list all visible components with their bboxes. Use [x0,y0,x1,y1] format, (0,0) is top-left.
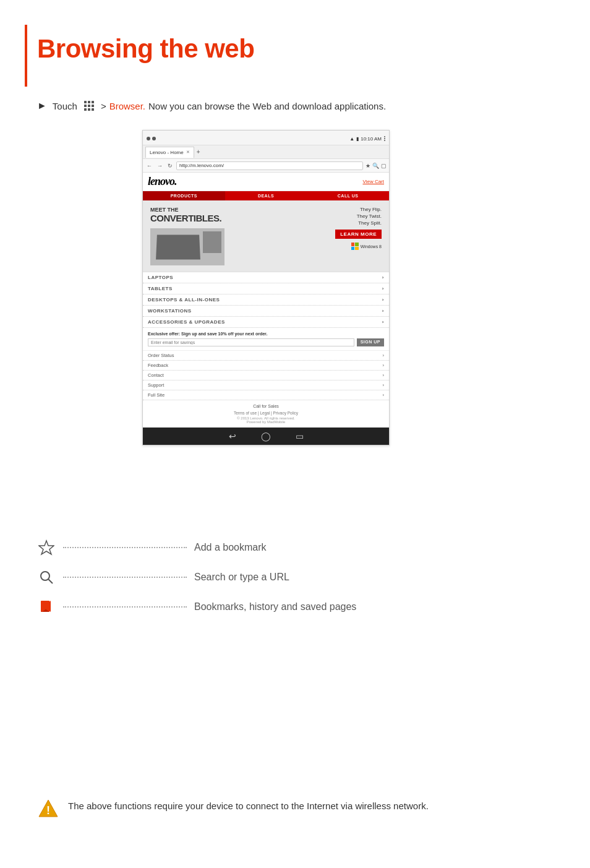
hero-convertibles-text: CONVERTIBLES. [150,213,224,223]
wifi-icon: ▲ [349,136,354,142]
nav-callus[interactable]: CALL US [307,191,389,200]
bookmark-star-icon[interactable]: ★ [366,163,370,169]
search-addr-icon[interactable]: 🔍 [372,163,379,169]
win-tile-1 [351,243,355,246]
arrow-icon: ► [37,100,47,111]
svg-rect-8 [92,108,94,111]
star-icon [37,538,56,557]
chevron-icon: › [383,382,385,388]
status-dot-2 [152,137,156,140]
browser-bottom-bar: ↩ ◯ ▭ [143,428,389,445]
menu-item-desktops[interactable]: DESKTOPS & ALL-IN-ONES › [143,294,389,306]
browser-screenshot: ▲ ▮ 10:10 AM Lenovo - Home ✕ + ← → ↻ htt… [142,130,390,445]
svg-rect-7 [88,108,90,111]
battery-icon: ▮ [356,136,359,142]
time-display: 10:10 AM [361,136,382,142]
bookmark-annotation-text: Add a bookmark [194,542,267,553]
annotation-bookmark: Add a bookmark [37,538,470,557]
browser-menu-button[interactable] [384,136,385,141]
browser-status-bar: ▲ ▮ 10:10 AM [143,131,389,145]
page-title: Browsing the web [37,34,254,64]
windows8-badge: Windows 8 [351,243,382,250]
home-button[interactable]: ◯ [261,431,271,441]
reload-button[interactable]: ↻ [166,163,174,169]
warning-section: ! The above functions require your devic… [37,798,569,820]
site-nav: PRODUCTS DEALS CALL US [143,191,389,200]
chevron-icon: › [382,319,384,325]
accent-bar [25,25,27,87]
browser-address-bar: ← → ↻ http://m.lenovo.com/ ★ 🔍 ▢ [143,159,389,173]
nav-deals[interactable]: DEALS [225,191,307,200]
exclusive-offer-text: Exclusive offer: Sign up and save 10% of… [148,332,384,336]
secondary-item-support[interactable]: Support › [143,380,389,390]
bookmarks-icon [37,598,56,616]
footer-links: Terms of use | Legal | Privacy Policy [148,411,384,415]
svg-rect-1 [88,101,90,103]
status-dot-1 [147,137,150,140]
menu-item-laptops[interactable]: LAPTOPS › [143,272,389,283]
website-content: lenovo. View Cart PRODUCTS DEALS CALL US… [143,173,389,428]
site-header: lenovo. View Cart [143,173,389,191]
hero-meet-text: MEET THE [150,207,224,213]
tab-label: Lenovo - Home [150,150,184,155]
secondary-menu: Order Status › Feedback › Contact › Supp… [143,351,389,400]
tab-add-button[interactable]: + [195,148,202,155]
site-menu-list: LAPTOPS › TABLETS › DESKTOPS & ALL-IN-ON… [143,272,389,328]
email-signup-section: Exclusive offer: Sign up and save 10% of… [143,328,389,351]
instruction-before: Touch [53,101,77,111]
learn-more-button[interactable]: LEARN MORE [335,230,382,239]
grid-icon [82,99,96,113]
search-icon [37,568,56,587]
dotted-line-1 [63,547,187,548]
chevron-icon: › [382,297,384,303]
warning-icon: ! [37,798,59,820]
secondary-item-fullsite[interactable]: Full Site › [143,390,389,400]
secondary-item-contact[interactable]: Contact › [143,371,389,380]
warning-text: The above functions require your device … [68,798,429,811]
chevron-icon: › [383,363,385,368]
menu-item-tablets[interactable]: TABLETS › [143,283,389,294]
nav-products[interactable]: PRODUCTS [143,191,225,200]
win-tile-3 [351,247,355,251]
email-input-field[interactable] [148,338,354,346]
recents-button[interactable]: ▭ [296,431,304,441]
secondary-item-feedback[interactable]: Feedback › [143,361,389,371]
call-sales-text: Call for Sales [148,404,384,408]
svg-rect-0 [84,101,87,103]
forward-button[interactable]: → [156,163,164,169]
chevron-icon: › [382,275,384,280]
hero-tagline-2: They Twist. [357,213,382,219]
site-footer: Call for Sales Terms of use | Legal | Pr… [143,400,389,428]
secondary-item-orderstatus[interactable]: Order Status › [143,351,389,361]
address-icons: ★ 🔍 ▢ [366,163,387,169]
reader-icon[interactable]: ▢ [381,163,387,169]
hero-left: MEET THE CONVERTIBLES. [150,207,224,265]
back-button[interactable]: ← [145,163,153,169]
menu-item-workstations[interactable]: WORKSTATIONS › [143,306,389,317]
view-cart-link[interactable]: View Cart [362,179,384,184]
svg-line-11 [48,579,53,583]
svg-text:!: ! [46,804,50,817]
menu-item-accessories[interactable]: ACCESSORIES & UPGRADES › [143,317,389,328]
windows-logo [351,243,359,250]
annotations-section: Add a bookmark Search or type a URL Book… [37,538,470,627]
address-field[interactable]: http://m.lenovo.com/ [176,161,363,170]
windows8-label: Windows 8 [361,244,382,249]
chevron-icon: › [383,353,385,358]
tab-close-button[interactable]: ✕ [186,150,190,155]
chevron-icon: › [383,372,385,378]
svg-rect-4 [88,105,90,107]
svg-rect-6 [84,108,87,111]
win-tile-4 [355,247,359,251]
hero-tagline-3: They Split. [358,220,382,226]
hero-banner: MEET THE CONVERTIBLES. They Flip. They T… [143,200,389,272]
browser-tabbar: Lenovo - Home ✕ + [143,145,389,159]
copyright-text: © 2013 Lenovo. All rights reserved. Powe… [148,416,384,424]
browser-link[interactable]: Browser. [109,101,145,111]
search-annotation-text: Search or type a URL [194,572,289,583]
bookmarks-annotation-text: Bookmarks, history and saved pages [194,601,356,612]
status-icons [147,137,156,140]
signup-button[interactable]: SIGN UP [357,338,384,346]
back-nav-button[interactable]: ↩ [229,431,236,441]
browser-tab-active[interactable]: Lenovo - Home ✕ [145,147,194,158]
